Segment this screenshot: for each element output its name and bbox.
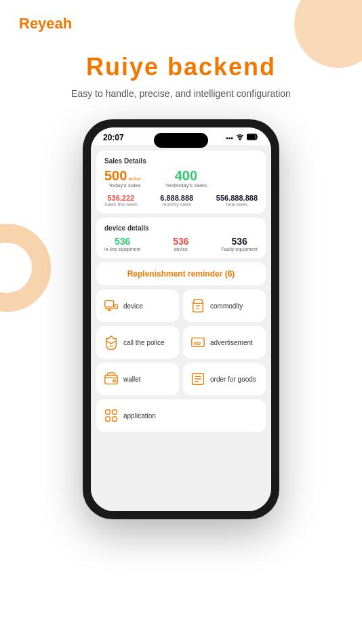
today-unit: active... <box>128 176 144 181</box>
faulty-label: Faulty equipment <box>221 247 258 251</box>
svg-text:AD: AD <box>194 340 201 346</box>
inline-equipment: 536 in-line equipment <box>104 236 140 251</box>
menu-item-device[interactable]: device <box>96 289 179 322</box>
svg-point-0 <box>239 139 241 140</box>
yesterday-sales: 400 Yesterday's sales <box>165 169 207 188</box>
total-sales: 556.888.888 total sales <box>216 194 258 207</box>
menu-item-commodity[interactable]: commodity <box>183 289 266 322</box>
week-value: 536,222 <box>107 194 134 202</box>
logo-prefix: Rey <box>19 15 46 32</box>
today-label: Today's sales <box>108 182 141 188</box>
menu-item-wallet[interactable]: wallet <box>96 363 179 395</box>
wallet-label: wallet <box>123 376 141 383</box>
wallet-icon <box>103 371 119 387</box>
phone-mockup: 20:07 ▪▪▪ <box>83 119 279 519</box>
phone-content: Sales Details 500 active... Today's sale… <box>91 145 271 511</box>
device-label: device <box>174 247 188 251</box>
total-label: total sales <box>226 202 248 207</box>
svg-rect-7 <box>105 376 117 384</box>
dynamic-island <box>154 133 208 148</box>
svg-rect-13 <box>113 417 117 421</box>
device-value: 536 <box>173 236 188 247</box>
battery-icon <box>247 134 259 142</box>
device-stats-row: 536 in-line equipment 536 device 536 Fau… <box>104 236 258 251</box>
order-icon <box>190 371 206 387</box>
wifi-icon <box>236 134 244 142</box>
inline-value: 536 <box>115 236 130 247</box>
svg-rect-2 <box>248 135 256 139</box>
svg-rect-11 <box>113 410 117 414</box>
order-label: order for goods <box>210 376 256 383</box>
phone-screen: 20:07 ▪▪▪ <box>91 127 271 511</box>
hero-subtitle: Easy to handle, precise, and intelligent… <box>14 88 348 99</box>
device-icon <box>103 298 119 314</box>
hero-title: Ruiye backend <box>14 53 348 81</box>
today-sales: 500 active... Today's sales <box>104 169 145 188</box>
svg-rect-3 <box>105 301 114 307</box>
inline-label: in-line equipment <box>104 247 140 251</box>
svg-rect-10 <box>106 410 110 414</box>
status-time: 20:07 <box>103 133 124 142</box>
logo: Reyeah <box>19 15 72 33</box>
replenishment-banner[interactable]: Replenishment reminder (6) <box>96 262 266 285</box>
menu-grid: device commodity <box>96 289 266 395</box>
phone-wrapper: 20:07 ▪▪▪ <box>0 119 362 519</box>
sales-card: Sales Details 500 active... Today's sale… <box>96 150 266 214</box>
week-sales: 536,222 Sales this week <box>104 194 138 207</box>
call-police-label: call the police <box>123 339 165 346</box>
sales-bottom: 536,222 Sales this week 6.888.888 monthl… <box>104 194 258 207</box>
advertisement-label: advertisement <box>210 339 253 346</box>
device-label: device <box>123 302 143 310</box>
menu-item-order[interactable]: order for goods <box>183 363 266 395</box>
application-icon <box>103 407 119 424</box>
svg-rect-12 <box>106 417 110 421</box>
status-icons: ▪▪▪ <box>226 134 259 142</box>
ad-icon: AD <box>190 334 206 350</box>
yesterday-value: 400 <box>175 169 197 182</box>
svg-rect-4 <box>115 304 118 308</box>
device-count: 536 device <box>173 236 188 251</box>
menu-item-advertisement[interactable]: AD advertisement <box>183 326 266 359</box>
faulty-value: 536 <box>231 236 247 247</box>
yesterday-label: Yesterday's sales <box>165 182 207 188</box>
svg-point-8 <box>113 380 116 382</box>
menu-item-call-police[interactable]: call the police <box>96 326 179 359</box>
faulty-equipment: 536 Faulty equipment <box>221 236 258 251</box>
application-label: application <box>123 412 156 420</box>
commodity-label: commodity <box>210 302 243 310</box>
police-icon <box>103 334 119 350</box>
sales-card-title: Sales Details <box>104 157 258 165</box>
device-card: device details 536 in-line equipment 536… <box>96 218 266 258</box>
sales-top: 500 active... Today's sales 400 Yesterda… <box>104 169 258 188</box>
signal-icon: ▪▪▪ <box>226 134 233 142</box>
total-value: 556.888.888 <box>216 194 258 202</box>
device-card-title: device details <box>104 224 258 232</box>
monthly-label: monthly sales <box>162 202 191 207</box>
logo-highlight: eah <box>46 15 72 32</box>
monthly-sales: 6.888.888 monthly sales <box>160 194 193 207</box>
commodity-icon <box>190 298 206 314</box>
today-value: 500 <box>104 169 127 182</box>
week-label: Sales this week <box>104 202 138 207</box>
monthly-value: 6.888.888 <box>160 194 193 202</box>
menu-item-application[interactable]: application <box>96 399 266 432</box>
